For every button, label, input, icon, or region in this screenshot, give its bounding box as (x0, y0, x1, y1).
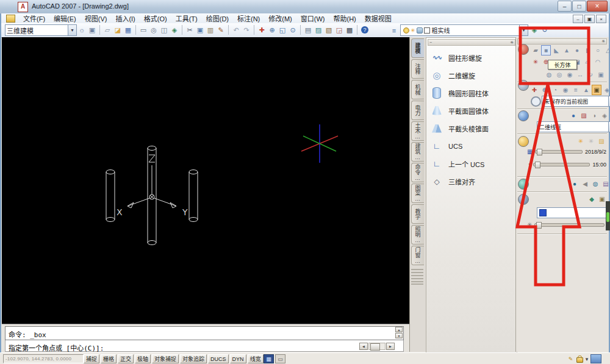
sun-time-slider[interactable] (533, 163, 590, 166)
layers-icon[interactable]: ≡ (389, 26, 399, 35)
fly-icon[interactable]: ▲ (581, 85, 591, 95)
palette-item[interactable]: ∿∿ 圆柱形螺旋 (429, 49, 515, 66)
menu-item[interactable]: 绘图(D) (202, 13, 233, 24)
open-icon[interactable]: ◪ (113, 25, 123, 35)
zoom-realtime-icon[interactable]: ⊕ (267, 25, 277, 35)
status-toggle-button[interactable]: DYN (230, 354, 246, 363)
zoom-previous-icon[interactable]: ⊙ (288, 25, 298, 35)
minimize-button[interactable]: – (558, 1, 572, 12)
command-hscrollbar[interactable]: ◀ ▶ (359, 343, 395, 350)
constrained-orbit-icon[interactable]: ▣ (592, 85, 601, 95)
sun-status-icon[interactable]: ✳ (576, 136, 586, 146)
palette-scroll-strip[interactable]: − ✳ (428, 39, 515, 46)
palette-item[interactable]: 椭圆形圆柱体 (429, 84, 515, 102)
presspull-icon[interactable]: ✳ (531, 57, 540, 67)
sky-status-icon[interactable]: ✳ (586, 136, 596, 146)
box-icon[interactable]: ■ (541, 45, 551, 55)
publish-icon[interactable]: ◫ (159, 25, 169, 35)
child-close-button[interactable]: × (596, 15, 606, 23)
paste-icon[interactable]: ▥ (206, 25, 215, 35)
menu-item[interactable]: 窗口(W) (296, 13, 329, 24)
match-properties-icon[interactable]: ✎ (216, 25, 226, 35)
plot-preview-icon[interactable]: ◎ (149, 25, 159, 35)
coordinate-readout[interactable]: -102.9070, 144.2783, 0.0000 (3, 354, 84, 363)
pyramid-icon[interactable]: △ (603, 45, 610, 55)
child-restore-button[interactable]: ▣ (584, 15, 595, 23)
palette-tab[interactable]: 门窗… (411, 246, 424, 265)
palette-item[interactable]: 平截面圆锥体 (429, 102, 515, 120)
zoom-window-icon[interactable]: ◱ (278, 25, 287, 35)
menu-item[interactable]: 编辑(E) (49, 13, 81, 24)
scroll-left-icon[interactable]: ◀ (359, 343, 368, 350)
3d-rotate-icon[interactable]: ↻ (586, 70, 595, 80)
pan-icon[interactable]: ✚ (257, 25, 267, 35)
menu-item[interactable]: 视图(V) (81, 13, 112, 24)
layout-icon[interactable]: ▭ (275, 354, 285, 363)
palette-tab[interactable]: 建筑… (411, 142, 424, 162)
make-object-layer-icon[interactable]: ◈ (529, 26, 539, 35)
palette-tab[interactable]: 命令… (411, 163, 424, 182)
palette-tab-grip[interactable] (411, 269, 423, 285)
dashboard-scroll-strip[interactable]: − ✳ (517, 38, 607, 45)
walk-icon[interactable]: ≡ (571, 85, 581, 95)
materials-icon[interactable]: ◆ (587, 194, 597, 204)
render-icon[interactable]: ● (570, 179, 580, 189)
union-icon[interactable]: ◍ (544, 70, 554, 80)
separator[interactable] (355, 24, 359, 35)
save-icon[interactable]: ▦ (123, 25, 133, 35)
cut-icon[interactable]: ✂ (185, 25, 195, 35)
separator[interactable] (226, 24, 231, 35)
palette-tab[interactable]: 照明… (411, 225, 424, 244)
separator[interactable] (180, 24, 184, 35)
camera-icon[interactable]: ◈ (602, 85, 610, 95)
help-icon[interactable]: ? (360, 25, 370, 35)
intersect-icon[interactable]: ◉ (565, 70, 575, 80)
render-panel-icon[interactable] (518, 179, 529, 190)
render-environment-icon[interactable]: ◍ (590, 179, 600, 189)
menu-item[interactable]: 格式(O) (140, 13, 171, 24)
clean-screen-button[interactable] (590, 354, 601, 363)
autohide-icon[interactable]: ✳ (510, 40, 514, 45)
command-history[interactable]: 命令: _box ▲ ▼ (5, 326, 404, 340)
light-list-icon[interactable]: ▨ (597, 136, 606, 146)
light-panel-icon[interactable] (518, 136, 529, 147)
wedge-icon[interactable]: ◣ (551, 45, 561, 55)
autohide-icon[interactable]: ✳ (601, 39, 605, 44)
material-slider[interactable] (534, 223, 605, 227)
palette-tab[interactable]: 教学 (411, 204, 424, 224)
pin-icon[interactable]: − (429, 40, 432, 45)
palette-tab[interactable]: 注释 (411, 59, 424, 79)
scroll-up-icon[interactable]: ▲ (395, 327, 403, 332)
workspace-settings-icon[interactable]: ☼ (77, 25, 87, 35)
chevron-down-icon[interactable]: ▾ (519, 25, 528, 35)
3d-make-panel-icon[interactable] (518, 44, 529, 55)
view-restore-icon[interactable] (531, 96, 541, 107)
copy-icon[interactable]: ▣ (195, 25, 205, 35)
separator[interactable] (298, 24, 303, 35)
visual-style-sphere-icon[interactable]: ● (569, 110, 578, 121)
maximize-button[interactable]: □ (572, 1, 586, 12)
subtract-icon[interactable]: ◎ (554, 70, 564, 80)
close-button[interactable]: × (587, 1, 608, 12)
palette-item[interactable]: ∟ UCS (429, 137, 515, 155)
swivel-icon[interactable]: ◉ (561, 85, 570, 95)
padlock-icon[interactable] (576, 357, 583, 363)
visual-style-panel-icon[interactable] (518, 110, 529, 121)
palette-tab[interactable]: 图案… (411, 184, 424, 203)
visual-style-dropdown[interactable]: 二维线框 ∨ (537, 121, 610, 132)
status-toggle-button[interactable]: DUCS (208, 354, 229, 363)
child-minimize-button[interactable]: – (573, 15, 583, 23)
palette-item[interactable]: ∟ 上一个 UCS (429, 155, 515, 173)
torus-icon[interactable]: ○ (593, 45, 603, 55)
material-dropdown[interactable]: ∨ (537, 207, 610, 218)
menu-item[interactable]: 工具(T) (171, 13, 202, 24)
sun-date-slider[interactable] (535, 150, 583, 154)
cylinder-icon[interactable]: ▮ (583, 45, 592, 55)
designcenter-icon[interactable]: ▨ (314, 25, 323, 35)
properties-icon[interactable]: ▤ (303, 25, 313, 35)
menu-item[interactable]: 帮助(H) (329, 13, 361, 24)
palette-tab[interactable]: 机械 (411, 80, 424, 99)
orbit-icon[interactable]: ◔ (550, 85, 560, 95)
chevron-down-icon[interactable]: ▾ (68, 25, 76, 35)
palette-item[interactable]: ◎ 二维螺旋 (429, 66, 515, 84)
